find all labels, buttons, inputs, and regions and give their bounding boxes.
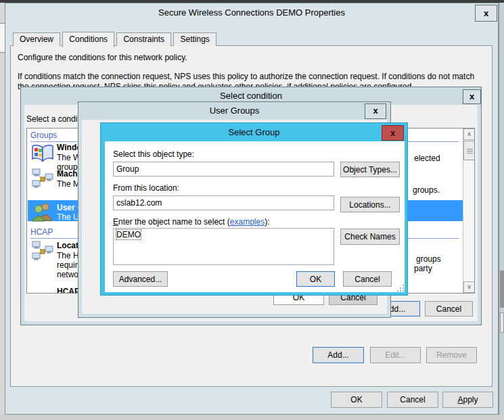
properties-ok-button[interactable]: OK <box>331 392 382 408</box>
object-name-label-text: nter the object name to select ( <box>118 217 230 227</box>
select-condition-cancel-label: Cancel <box>436 304 461 314</box>
select-group-dialog: Select Group x Select this object type: … <box>100 122 408 296</box>
object-name-access-key: E <box>113 217 118 227</box>
properties-apply-label: Apply <box>457 395 478 404</box>
tab-overview[interactable]: Overview <box>13 32 60 46</box>
right-fragment-2: groups. <box>413 185 440 195</box>
select-group-ok-label: OK <box>310 275 321 284</box>
object-type-field[interactable]: Group <box>113 162 334 177</box>
tab-conditions-label: Conditions <box>69 34 108 44</box>
tab-overview-label: Overview <box>20 34 53 44</box>
tab-bar: Overview Conditions Constraints Settings <box>13 30 216 49</box>
conditions-remove-label: Remove <box>436 350 467 360</box>
conditions-add-button[interactable]: Add... <box>313 347 364 363</box>
background-right-scroll-block <box>500 271 504 308</box>
properties-close-button[interactable]: x <box>475 5 497 22</box>
tab-conditions[interactable]: Conditions <box>62 32 114 47</box>
tab-constraints[interactable]: Constraints <box>116 32 171 46</box>
check-names-button[interactable]: Check Names <box>340 229 400 245</box>
location-groups-icon <box>31 240 54 264</box>
resize-grip[interactable] <box>397 285 404 291</box>
background-bottom-strip <box>0 415 504 420</box>
conditions-edit-button[interactable]: Edit... <box>370 347 421 363</box>
object-type-label: Select this object type: <box>113 149 194 159</box>
select-condition-close-button[interactable]: x <box>463 89 481 104</box>
properties-title: Secure Wireless Connections DEMO Propert… <box>5 7 498 18</box>
examples-link[interactable]: examples <box>230 217 265 227</box>
advanced-label: Advanced... <box>119 275 162 284</box>
object-type-value: Group <box>116 164 139 174</box>
conditions-edit-label: Edit... <box>385 350 406 360</box>
check-names-label: Check Names <box>344 232 395 241</box>
condition-list-scrollbar[interactable]: ∧ ∨ <box>463 129 475 293</box>
tab-settings[interactable]: Settings <box>173 32 216 46</box>
select-group-cancel-button[interactable]: Cancel <box>343 271 392 287</box>
select-group-title: Select Group <box>101 123 407 141</box>
properties-apply-button[interactable]: Apply <box>442 392 493 408</box>
background-right-strip <box>499 3 504 420</box>
select-group-ok-button[interactable]: OK <box>296 271 335 287</box>
user-groups-close-button[interactable]: x <box>365 103 386 119</box>
tab-settings-label: Settings <box>180 34 209 44</box>
properties-cancel-button[interactable]: Cancel <box>387 392 438 408</box>
select-condition-cancel-button[interactable]: Cancel <box>425 301 473 317</box>
conditions-add-label: Add... <box>327 350 348 360</box>
properties-ok-label: OK <box>350 395 362 404</box>
conditions-intro: Configure the conditions for this networ… <box>18 53 484 62</box>
windows-groups-icon <box>31 143 54 166</box>
advanced-button[interactable]: Advanced... <box>113 271 168 287</box>
scroll-thumb-grip <box>467 149 473 154</box>
right-fragment-4: party <box>414 264 432 273</box>
from-location-value: cslab12.com <box>116 198 162 208</box>
locations-button[interactable]: Locations... <box>340 197 400 212</box>
select-group-cancel-label: Cancel <box>354 275 380 284</box>
select-group-close-button[interactable]: x <box>382 125 404 141</box>
tab-constraints-label: Constraints <box>123 34 164 44</box>
properties-cancel-label: Cancel <box>400 395 425 404</box>
from-location-label: From this location: <box>113 183 179 193</box>
select-group-content: Select this object type: Group Object Ty… <box>105 141 405 292</box>
conditions-remove-button[interactable]: Remove <box>426 347 477 363</box>
from-location-field[interactable]: cslab12.com <box>113 195 334 210</box>
object-types-label: Object Types... <box>343 165 397 174</box>
object-name-field[interactable]: DEMO <box>113 228 334 265</box>
screen: Secure Wireless Connections DEMO Propert… <box>0 0 504 420</box>
object-name-value: DEMO <box>116 230 141 239</box>
scroll-thumb[interactable] <box>463 141 475 160</box>
scroll-down-button[interactable]: ∨ <box>463 281 475 293</box>
object-name-label-suffix: ): <box>265 217 269 227</box>
locations-label: Locations... <box>349 200 390 210</box>
user-groups-icon <box>31 202 54 224</box>
apply-access-key: A <box>457 395 463 404</box>
background-left-sliver <box>0 23 5 53</box>
right-fragment-3: groups <box>416 254 441 264</box>
object-name-label: Enter the object name to select (example… <box>113 217 269 227</box>
background-right-scroll-block2 <box>500 312 504 333</box>
machine-groups-icon <box>31 168 54 191</box>
right-fragment-1: elected <box>414 154 440 163</box>
scroll-up-button[interactable]: ∧ <box>463 129 475 140</box>
apply-rest: pply <box>463 395 478 404</box>
user-groups-title: User Groups <box>78 102 390 120</box>
object-types-button[interactable]: Object Types... <box>340 162 400 177</box>
